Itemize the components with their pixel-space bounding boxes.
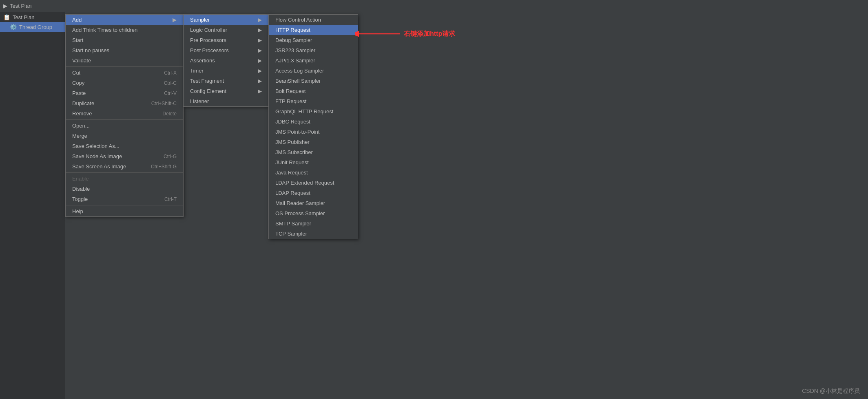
sampler-item-ajp-sampler[interactable]: AJP/1.3 Sampler — [269, 55, 358, 66]
menu-item-save-node-image[interactable]: Save Node As Image Ctrl-G — [66, 151, 183, 161]
submenu-item-logic-controller[interactable]: Logic Controller ▶ — [184, 25, 268, 35]
menu-item-start-no-pauses[interactable]: Start no pauses — [66, 45, 183, 55]
submenu-item-assertions[interactable]: Assertions ▶ — [184, 55, 268, 66]
menu-item-disable[interactable]: Disable — [66, 184, 183, 194]
sampler-item-os-process-sampler[interactable]: OS Process Sampler — [269, 208, 358, 218]
start-label: Start — [72, 37, 83, 43]
menu-item-copy[interactable]: Copy Ctrl-C — [66, 78, 183, 88]
menu-item-cut[interactable]: Cut Ctrl-X — [66, 68, 183, 78]
beanshell-sampler-label: BeanShell Sampler — [275, 78, 321, 84]
submenu-item-timer[interactable]: Timer ▶ — [184, 66, 268, 76]
context-menu-level3-sampler: Flow Control Action HTTP Request Debug S… — [268, 14, 358, 239]
menu-item-paste[interactable]: Paste Ctrl-V — [66, 88, 183, 98]
debug-sampler-label: Debug Sampler — [275, 37, 312, 43]
save-node-image-label: Save Node As Image — [72, 153, 122, 159]
smtp-sampler-label: SMTP Sampler — [275, 220, 311, 227]
timer-arrow-icon: ▶ — [258, 68, 262, 74]
bolt-request-label: Bolt Request — [275, 88, 306, 94]
menu-item-help[interactable]: Help — [66, 206, 183, 216]
enable-label: Enable — [72, 176, 89, 182]
app-title: Test Plan — [10, 3, 31, 9]
tree-item-test-plan[interactable]: 📋 Test Plan — [0, 12, 65, 22]
help-label: Help — [72, 208, 83, 214]
separator-2 — [66, 119, 183, 120]
annotation-arrow-svg — [355, 28, 404, 40]
post-processors-arrow-icon: ▶ — [258, 47, 262, 53]
assertions-arrow-icon: ▶ — [258, 57, 262, 64]
remove-label: Remove — [72, 110, 92, 117]
mail-reader-sampler-label: Mail Reader Sampler — [275, 200, 325, 206]
menu-item-save-selection[interactable]: Save Selection As... — [66, 141, 183, 151]
config-element-label: Config Element — [190, 88, 226, 94]
menu-item-validate[interactable]: Validate — [66, 55, 183, 66]
submenu-item-sampler[interactable]: Sampler ▶ — [184, 15, 268, 25]
ldap-request-label: LDAP Request — [275, 190, 310, 196]
open-label: Open... — [72, 123, 90, 129]
submenu-item-post-processors[interactable]: Post Processors ▶ — [184, 45, 268, 55]
sampler-item-flow-control-action[interactable]: Flow Control Action — [269, 15, 358, 25]
menu-item-open[interactable]: Open... — [66, 121, 183, 131]
sampler-item-graphql-http-request[interactable]: GraphQL HTTP Request — [269, 106, 358, 117]
sampler-item-smtp-sampler[interactable]: SMTP Sampler — [269, 218, 358, 229]
context-menu-level2-add: Sampler ▶ Logic Controller ▶ Pre Process… — [183, 14, 269, 107]
cut-shortcut: Ctrl-X — [164, 70, 177, 76]
sampler-item-http-request[interactable]: HTTP Request — [269, 25, 358, 35]
graphql-http-request-label: GraphQL HTTP Request — [275, 108, 333, 115]
sampler-item-jms-publisher[interactable]: JMS Publisher — [269, 137, 358, 147]
copy-shortcut: Ctrl-C — [164, 80, 177, 86]
thread-group-label: Thread Group — [19, 24, 52, 30]
flow-control-action-label: Flow Control Action — [275, 17, 321, 23]
sampler-item-jms-point-to-point[interactable]: JMS Point-to-Point — [269, 127, 358, 137]
logic-controller-label: Logic Controller — [190, 27, 227, 33]
sampler-item-junit-request[interactable]: JUnit Request — [269, 157, 358, 168]
menu-item-duplicate[interactable]: Duplicate Ctrl+Shift-C — [66, 98, 183, 108]
remove-shortcut: Delete — [162, 111, 177, 117]
sampler-item-beanshell-sampler[interactable]: BeanShell Sampler — [269, 76, 358, 86]
menu-item-remove[interactable]: Remove Delete — [66, 108, 183, 119]
tree-panel: 📋 Test Plan ⚙️ Thread Group — [0, 12, 65, 399]
save-node-image-shortcut: Ctrl-G — [164, 154, 177, 159]
jms-subscriber-label: JMS Subscriber — [275, 149, 313, 155]
save-screen-image-shortcut: Ctrl+Shift-G — [151, 164, 177, 170]
access-log-sampler-label: Access Log Sampler — [275, 68, 324, 74]
sampler-item-jms-subscriber[interactable]: JMS Subscriber — [269, 147, 358, 157]
menu-item-start[interactable]: Start — [66, 35, 183, 45]
assertions-label: Assertions — [190, 57, 215, 64]
sampler-label: Sampler — [190, 17, 210, 23]
disable-label: Disable — [72, 186, 90, 192]
sampler-arrow-icon: ▶ — [258, 17, 262, 23]
jms-publisher-label: JMS Publisher — [275, 139, 310, 145]
test-plan-label: Test Plan — [13, 14, 34, 20]
thread-group-icon: ⚙️ — [10, 24, 17, 30]
sampler-item-ldap-request[interactable]: LDAP Request — [269, 188, 358, 198]
timer-label: Timer — [190, 68, 204, 74]
tree-item-thread-group[interactable]: ⚙️ Thread Group — [0, 22, 65, 32]
menu-item-merge[interactable]: Merge — [66, 131, 183, 141]
sampler-item-mail-reader-sampler[interactable]: Mail Reader Sampler — [269, 198, 358, 208]
validate-label: Validate — [72, 57, 91, 64]
sampler-item-access-log-sampler[interactable]: Access Log Sampler — [269, 66, 358, 76]
copy-label: Copy — [72, 80, 84, 86]
sampler-item-tcp-sampler[interactable]: TCP Sampler — [269, 229, 358, 239]
sampler-item-ftp-request[interactable]: FTP Request — [269, 96, 358, 106]
ajp-sampler-label: AJP/1.3 Sampler — [275, 57, 315, 64]
sampler-item-java-request[interactable]: Java Request — [269, 168, 358, 178]
separator-3 — [66, 172, 183, 173]
menu-item-toggle[interactable]: Toggle Ctrl-T — [66, 194, 183, 204]
submenu-item-listener[interactable]: Listener — [184, 96, 268, 106]
pre-processors-arrow-icon: ▶ — [258, 37, 262, 43]
sampler-item-bolt-request[interactable]: Bolt Request — [269, 86, 358, 96]
separator-4 — [66, 205, 183, 205]
sampler-item-jdbc-request[interactable]: JDBC Request — [269, 117, 358, 127]
submenu-item-test-fragment[interactable]: Test Fragment ▶ — [184, 76, 268, 86]
test-fragment-arrow-icon: ▶ — [258, 78, 262, 84]
menu-item-add-think-times[interactable]: Add Think Times to children — [66, 25, 183, 35]
sampler-item-debug-sampler[interactable]: Debug Sampler — [269, 35, 358, 45]
submenu-item-config-element[interactable]: Config Element ▶ — [184, 86, 268, 96]
menu-item-save-screen-image[interactable]: Save Screen As Image Ctrl+Shift-G — [66, 161, 183, 172]
menu-item-add-label: Add — [72, 17, 82, 23]
menu-item-add[interactable]: Add ▶ — [66, 15, 183, 25]
sampler-item-ldap-extended-request[interactable]: LDAP Extended Request — [269, 178, 358, 188]
submenu-item-pre-processors[interactable]: Pre Processors ▶ — [184, 35, 268, 45]
sampler-item-jsr223-sampler[interactable]: JSR223 Sampler — [269, 45, 358, 55]
